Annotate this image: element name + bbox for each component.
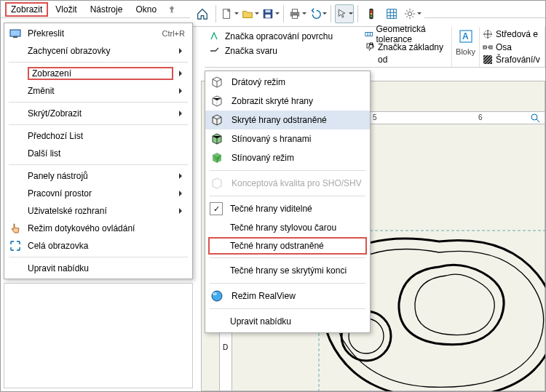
touch-label: Režim dotykového ovládání [28, 223, 185, 233]
weld-symbol-label: Značka svaru [225, 46, 277, 56]
datum-label: Značka základny [378, 42, 443, 52]
nextsheet-label: Další list [28, 148, 185, 159]
modify-label: Změnit [28, 86, 173, 96]
new-button[interactable] [220, 4, 239, 23]
menu-modify[interactable]: Změnit [4, 82, 192, 100]
view-menu-dropdown: Překreslit Ctrl+R Zachycení obrazovky Zo… [4, 23, 193, 279]
svg-rect-22 [10, 30, 20, 36]
wireframe-icon [210, 75, 224, 89]
wireframe-label: Drátový režim [232, 77, 285, 87]
display-submenu: Drátový režim Zobrazit skryté hrany Skry… [205, 71, 371, 333]
od-label: od [378, 55, 387, 65]
center-label: Středová e [496, 29, 538, 39]
menu-display[interactable]: Zobrazení [4, 65, 192, 82]
axis-label: Osa [496, 42, 512, 52]
save-button[interactable] [261, 4, 280, 23]
wireframe-item[interactable]: Drátový režim [205, 73, 370, 92]
svg-point-25 [213, 292, 217, 295]
axis-button[interactable]: Osa [483, 41, 542, 53]
hidden-removed-icon [210, 113, 224, 127]
fullscreen-label: Celá obrazovka [28, 241, 185, 251]
menu-touch[interactable]: Režim dotykového ovládání [4, 220, 192, 237]
undo-button[interactable] [308, 4, 327, 23]
od-button[interactable]: od [365, 55, 448, 66]
menu-toolbars[interactable]: Panely nástrojů [4, 167, 192, 185]
shaded-edges-item[interactable]: Stínovaný s hranami [205, 129, 370, 148]
screenshot-label: Zachycení obrazovky [28, 46, 173, 56]
ruler-tick: 6 [478, 113, 483, 121]
touch-icon [9, 222, 22, 235]
svg-point-10 [371, 15, 373, 17]
display-label: Zobrazení [28, 67, 173, 80]
traffic-icon[interactable] [362, 4, 381, 23]
ruler-tick: 5 [373, 113, 377, 121]
svg-rect-6 [292, 15, 297, 18]
blocks-icon[interactable]: A [458, 28, 474, 44]
shaded-icon [210, 151, 224, 165]
menu-redraw[interactable]: Překreslit Ctrl+R [4, 25, 192, 42]
tangent-removed-label: Tečné hrany odstraněné [230, 241, 324, 251]
grid-icon[interactable] [382, 4, 401, 23]
svg-rect-3 [265, 9, 270, 12]
weld-symbol-button[interactable]: Značka svaru [209, 44, 359, 57]
menu-vlozit[interactable]: Vložit [50, 2, 82, 17]
datum-button[interactable]: AZnačka základny [365, 41, 448, 53]
svg-rect-13 [365, 33, 373, 36]
tangent-removed-item[interactable]: Tečné hrany odstraněné [208, 237, 367, 255]
geo-tolerance-button[interactable]: Geometrická tolerance [365, 28, 448, 40]
center-mark-button[interactable]: Středová e [483, 28, 542, 40]
hatch-button[interactable]: Šrafování/v [483, 54, 542, 65]
ui-label: Uživatelské rozhraní [28, 206, 173, 216]
svg-rect-5 [292, 9, 297, 12]
hidden-visible-item[interactable]: Zobrazit skryté hrany [205, 92, 370, 111]
redraw-icon [9, 27, 22, 40]
menu-okno[interactable]: Okno [130, 2, 162, 17]
hidden-visible-label: Zobrazit skryté hrany [232, 96, 313, 106]
feature-tree-panel[interactable] [4, 283, 193, 388]
menu-nastroje[interactable]: Nástroje [84, 2, 129, 17]
hidden-removed-item[interactable]: Skryté hrany odstraněné [205, 111, 370, 129]
menu-ui[interactable]: Uživatelské rozhraní [4, 202, 192, 220]
tangent-visible-label: Tečné hrany viditelné [230, 204, 312, 214]
svg-point-9 [371, 12, 373, 15]
svg-rect-2 [265, 14, 270, 17]
ruler-label-d: D [223, 343, 228, 351]
menu-customize2[interactable]: Upravit nabídku [205, 312, 370, 331]
submenu-arrow-icon [179, 111, 185, 116]
tangent-phantom-item[interactable]: Tečné hrany stylovou čarou [205, 218, 370, 237]
shaded-label: Stínovaný režim [232, 153, 294, 163]
menu-zobrazit[interactable]: Zobrazit [5, 2, 48, 17]
select-button[interactable] [335, 4, 354, 23]
menu-hideshow[interactable]: Skrýt/Zobrazit [4, 105, 192, 122]
menu-workspace[interactable]: Pracovní prostor [4, 185, 192, 202]
tangent-visible-item[interactable]: ✓Tečné hrany viditelné [205, 199, 370, 218]
settings-button[interactable] [403, 4, 422, 23]
ribbon-annotations: Značka opracování povrchu Značka svaru [205, 27, 363, 68]
menu-fullscreen[interactable]: Celá obrazovka [4, 237, 192, 255]
shaded-item[interactable]: Stínovaný režim [205, 148, 370, 167]
home-button[interactable] [193, 4, 212, 23]
menu-screenshot[interactable]: Zachycení obrazovky [4, 42, 192, 60]
realview-label: Režim RealView [232, 291, 296, 301]
zoom-icon[interactable] [530, 113, 542, 124]
menu-nextsheet[interactable]: Další list [4, 145, 192, 162]
customize2-label: Upravit nabídku [230, 316, 291, 327]
customize1-label: Upravit nabídku [28, 263, 185, 273]
print-button[interactable] [288, 4, 306, 23]
pin-icon[interactable] [167, 4, 177, 15]
submenu-arrow-icon [179, 173, 185, 179]
submenu-arrow-icon [179, 208, 185, 214]
tangent-hiddenends-item[interactable]: Tečné hrany se skrytými konci [205, 261, 370, 280]
menu-prevsheet[interactable]: Předchozí List [4, 127, 192, 145]
main-toolbar [190, 1, 424, 27]
surface-finish-button[interactable]: Značka opracování povrchu [209, 30, 359, 43]
toolbars-label: Panely nástrojů [28, 171, 173, 181]
surface-finish-label: Značka opracování povrchu [225, 31, 333, 41]
redraw-label: Překreslit [28, 28, 157, 39]
tangent-phantom-label: Tečné hrany stylovou čarou [230, 223, 336, 233]
menu-customize1[interactable]: Upravit nabídku [4, 260, 192, 277]
open-button[interactable] [240, 4, 259, 23]
svg-rect-11 [387, 9, 397, 18]
realview-item[interactable]: Režim RealView [205, 287, 370, 305]
svg-rect-23 [13, 36, 17, 38]
